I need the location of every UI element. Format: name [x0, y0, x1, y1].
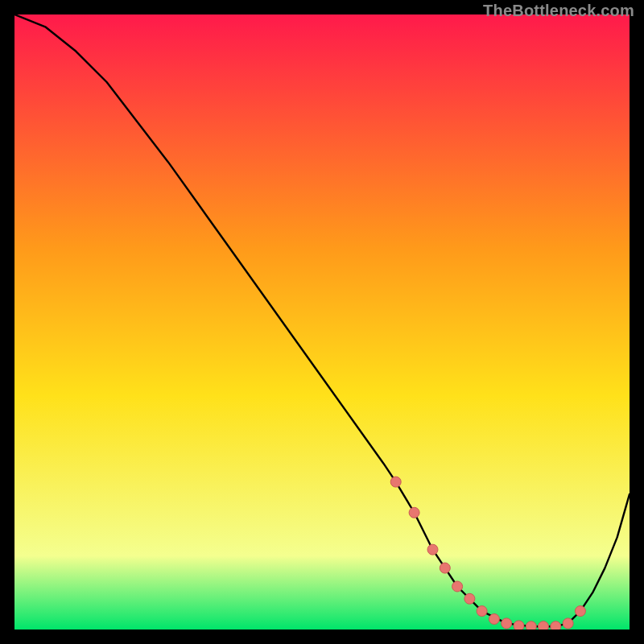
- marker-dot: [477, 606, 487, 617]
- marker-dot: [390, 477, 401, 487]
- chart-svg: [14, 14, 630, 630]
- marker-dot: [409, 507, 419, 518]
- attribution-text: TheBottleneck.com: [483, 2, 634, 20]
- marker-dot: [464, 593, 475, 604]
- marker-dot: [514, 621, 524, 630]
- marker-dot: [502, 618, 512, 629]
- marker-dot: [539, 621, 549, 630]
- marker-dot: [526, 621, 536, 630]
- gradient-bg: [14, 14, 630, 630]
- chart-frame: TheBottleneck.com: [0, 0, 644, 644]
- marker-dot: [489, 614, 499, 625]
- marker-dot: [440, 563, 450, 573]
- marker-dot: [551, 621, 561, 630]
- marker-dot: [563, 618, 573, 629]
- marker-dot: [427, 544, 438, 555]
- marker-dot: [575, 606, 585, 617]
- marker-dot: [452, 581, 463, 592]
- plot-area: [14, 14, 630, 630]
